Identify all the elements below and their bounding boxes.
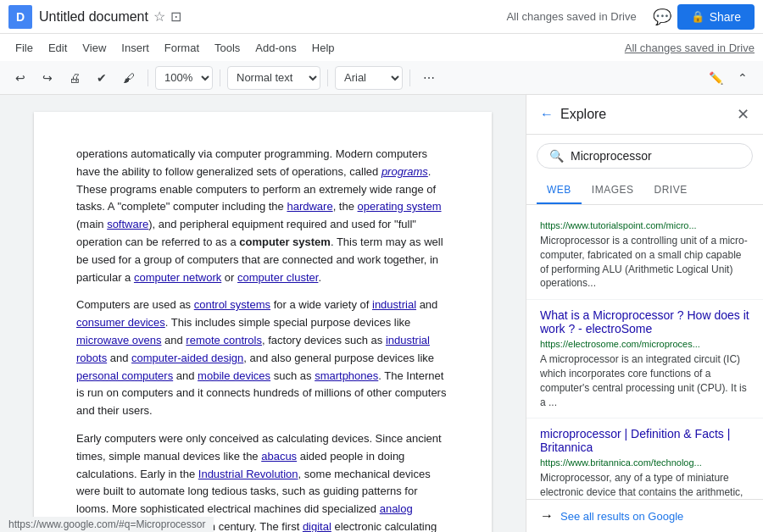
toolbar-divider-2	[220, 69, 220, 86]
see-all-label[interactable]: See all results on Google	[560, 510, 683, 523]
title-icons: ☆ ⊡	[153, 8, 181, 25]
result-item-2[interactable]: What is a Microprocessor ? How does it w…	[526, 300, 763, 418]
sidebar-close-button[interactable]: ✕	[737, 105, 749, 124]
tab-drive[interactable]: DRIVE	[644, 177, 698, 204]
save-status: All changes saved in Drive	[506, 10, 636, 23]
toolbar: ↩ ↪ 🖨 ✔ 🖌 100% 75% 125% Normal text Head…	[0, 61, 763, 95]
result-2-url: https://electrosome.com/microproces...	[540, 339, 749, 349]
paragraph-2: Computers are used as control systems fo…	[76, 296, 449, 420]
link-cad[interactable]: computer-aided design	[131, 352, 243, 364]
history-icon[interactable]: ⊡	[170, 8, 181, 25]
sidebar-header: ← Explore ✕	[526, 95, 763, 135]
link-control-systems[interactable]: control systems	[194, 298, 270, 311]
zoom-select[interactable]: 100% 75% 125%	[155, 66, 213, 90]
menu-tools[interactable]: Tools	[208, 38, 247, 58]
link-personal-computers[interactable]: personal computers	[76, 369, 173, 382]
result-3-snippet: Microprocessor, any of a type of miniatu…	[540, 471, 749, 499]
result-2-snippet: A microprocessor is an integrated circui…	[540, 352, 749, 409]
lock-icon: 🔒	[691, 10, 705, 23]
link-computer-cluster[interactable]: computer cluster	[237, 271, 318, 284]
link-abacus[interactable]: abacus	[261, 450, 297, 463]
status-url: https://www.google.com/#q=Microprocessor	[8, 518, 205, 530]
link-mobile-devices[interactable]: mobile devices	[198, 369, 270, 382]
sidebar-back-button[interactable]: ←	[540, 107, 554, 122]
print-button[interactable]: 🖨	[63, 66, 86, 90]
menu-addons[interactable]: Add-ons	[248, 38, 303, 58]
menu-edit[interactable]: Edit	[42, 38, 74, 58]
link-analog[interactable]: analog	[380, 502, 413, 515]
sidebar-results[interactable]: https://www.tutorialspoint.com/micro... …	[526, 205, 763, 499]
result-2-title[interactable]: What is a Microprocessor ? How does it w…	[540, 308, 749, 335]
result-1-snippet: Microprocessor is a controlling unit of …	[540, 234, 749, 291]
toolbar-divider-1	[148, 69, 148, 86]
status-bar: https://www.google.com/#q=Microprocessor	[0, 517, 214, 532]
link-microwave[interactable]: microwave ovens	[76, 334, 161, 346]
toolbar-divider-3	[327, 69, 328, 86]
share-button[interactable]: 🔒 Share	[677, 4, 755, 30]
link-computer-network[interactable]: computer network	[134, 271, 221, 284]
link-consumer-devices[interactable]: consumer devices	[76, 316, 165, 329]
link-industrial-revolution[interactable]: Industrial Revolution	[198, 468, 298, 480]
link-programs[interactable]: programs	[382, 165, 428, 178]
link-operating-system[interactable]: operating system	[358, 200, 442, 213]
text-computer-system: computer system	[239, 236, 331, 248]
tab-images[interactable]: IMAGES	[582, 177, 644, 204]
doc-area[interactable]: operations automatically via computer pr…	[0, 95, 526, 532]
main-content: operations automatically via computer pr…	[0, 95, 763, 532]
menu-view[interactable]: View	[75, 38, 113, 58]
tab-web[interactable]: WEB	[537, 177, 582, 204]
paint-format-button[interactable]: 🖌	[117, 66, 141, 90]
chevron-up-button[interactable]: ⌃	[731, 66, 755, 90]
redo-button[interactable]: ↪	[36, 66, 59, 90]
star-icon[interactable]: ☆	[153, 8, 165, 25]
more-options-button[interactable]: ⋯	[417, 66, 441, 90]
see-all-results[interactable]: → See all results on Google	[526, 499, 763, 532]
result-item-1[interactable]: https://www.tutorialspoint.com/micro... …	[526, 212, 763, 300]
sidebar-title: Explore	[560, 107, 737, 122]
undo-button[interactable]: ↩	[8, 66, 32, 90]
sidebar-tabs: WEB IMAGES DRIVE	[526, 177, 763, 205]
toolbar-divider-4	[409, 69, 410, 86]
arrow-right-icon: →	[540, 508, 554, 524]
menu-insert[interactable]: Insert	[114, 38, 156, 58]
search-icon: 🔍	[549, 149, 564, 163]
link-hardware[interactable]: hardware	[287, 200, 332, 213]
menu-bar: File Edit View Insert Format Tools Add-o…	[0, 34, 763, 61]
menu-file[interactable]: File	[8, 38, 40, 58]
result-3-url: https://www.britannica.com/technolog...	[540, 457, 749, 468]
all-changes-link[interactable]: All changes saved in Drive	[625, 42, 755, 54]
title-bar: D Untitled document ☆ ⊡ All changes save…	[0, 0, 763, 34]
explore-sidebar: ← Explore ✕ 🔍 WEB IMAGES DRIVE https://w…	[526, 95, 763, 532]
paragraph-1: operations automatically via computer pr…	[76, 146, 449, 286]
comment-button[interactable]: 💬	[647, 2, 677, 32]
doc-page: operations automatically via computer pr…	[34, 112, 492, 532]
spellcheck-button[interactable]: ✔	[90, 66, 114, 90]
sidebar-search-bar: 🔍	[537, 143, 753, 169]
result-item-3[interactable]: microprocessor | Definition & Facts | Br…	[526, 418, 763, 499]
result-3-title[interactable]: microprocessor | Definition & Facts | Br…	[540, 427, 749, 454]
link-digital[interactable]: digital	[303, 520, 331, 532]
link-smartphones[interactable]: smartphones	[315, 369, 378, 382]
style-select[interactable]: Normal text Heading 1 Heading 2	[227, 66, 320, 90]
menu-format[interactable]: Format	[158, 38, 206, 58]
doc-title: Untitled document	[39, 9, 148, 25]
pen-button[interactable]: ✏️	[704, 66, 727, 90]
doc-icon: D	[8, 5, 32, 29]
link-industrial[interactable]: industrial	[372, 298, 416, 311]
link-remote[interactable]: remote controls	[186, 334, 262, 346]
menu-help[interactable]: Help	[305, 38, 342, 58]
result-1-url: https://www.tutorialspoint.com/micro...	[540, 220, 749, 230]
link-software[interactable]: software	[107, 218, 148, 230]
font-select[interactable]: Arial Times New Roman	[335, 66, 403, 90]
search-input[interactable]	[571, 149, 740, 163]
